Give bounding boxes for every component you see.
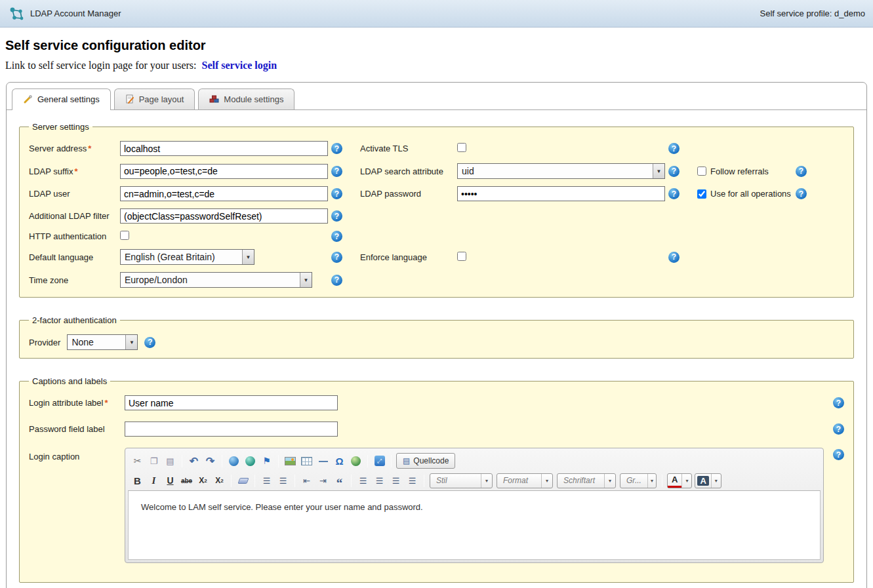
help-icon[interactable]: ? [833,449,844,460]
horizontal-rule-icon[interactable] [315,453,331,469]
chevron-down-icon: ▼ [653,164,664,178]
size-combo[interactable]: Gr...▾ [620,473,657,488]
login-attribute-label: Login attribute label* [29,398,125,408]
chevron-down-icon: ▾ [681,474,691,488]
self-service-login-link[interactable]: Self service login [201,60,277,71]
strikethrough-icon[interactable]: abe [178,473,195,488]
superscript-icon[interactable]: X2 [211,473,228,488]
ldap-user-input[interactable] [120,186,328,201]
insert-table-icon[interactable] [298,453,315,469]
help-icon[interactable]: ? [668,252,680,263]
help-icon[interactable]: ? [796,166,807,177]
insert-image-icon[interactable] [282,453,298,469]
time-zone-select[interactable]: Europe/London▼ [120,272,312,288]
underline-icon[interactable]: U [162,473,178,488]
undo-icon[interactable]: ↶ [186,453,202,469]
numbered-list-icon[interactable]: ☰ [258,473,275,488]
help-icon[interactable]: ? [331,252,342,263]
help-icon[interactable]: ? [331,143,342,154]
search-attribute-select[interactable]: uid▼ [457,163,665,179]
time-zone-label: Time zone [29,275,120,285]
chevron-down-icon: ▼ [125,335,137,349]
login-link-line: Link to self service login page for your… [5,60,868,71]
background-color-button[interactable]: A▾ [695,473,721,488]
format-combo[interactable]: Format▾ [497,473,553,488]
chevron-down-icon: ▾ [647,474,656,488]
additional-filter-input[interactable] [120,208,328,224]
source-button[interactable]: ▤ Quellcode [396,453,455,469]
globe-icon[interactable] [348,453,364,469]
style-combo[interactable]: Stil▾ [430,473,493,488]
ldap-suffix-input[interactable] [120,164,328,179]
use-all-operations-checkbox[interactable] [697,189,706,199]
maximize-icon[interactable]: ⤢ [371,453,388,469]
provider-label: Provider [29,338,60,347]
cut-icon[interactable]: ✂ [129,453,146,469]
ldap-password-input[interactable] [457,186,665,201]
bulleted-list-icon[interactable]: ☰ [275,473,291,488]
use-all-operations-label: Use for all operations [710,189,791,199]
server-address-input[interactable] [120,141,328,156]
help-icon[interactable]: ? [331,275,342,286]
help-icon[interactable]: ? [668,166,680,177]
chevron-down-icon: ▾ [541,474,552,488]
activate-tls-checkbox[interactable] [457,143,466,152]
outdent-icon[interactable]: ⇤ [298,473,315,488]
help-icon[interactable]: ? [331,231,342,242]
follow-referrals-group: Follow referrals [697,167,796,176]
text-color-button[interactable]: A▾ [667,473,692,488]
follow-referrals-checkbox[interactable] [697,167,706,176]
unlink-icon[interactable] [242,453,258,469]
tab-page-layout[interactable]: Page layout [114,88,195,109]
special-character-icon[interactable]: Ω [331,453,348,469]
align-left-icon[interactable]: ☰ [355,473,371,488]
spellcheck-flag-icon[interactable]: ⚑ [258,453,275,469]
enforce-language-checkbox[interactable] [457,252,466,261]
default-language-select[interactable]: English (Great Britain)▼ [120,249,254,265]
align-justify-icon[interactable]: ☰ [404,473,420,488]
http-auth-row: HTTP authentication ? [29,231,844,242]
editor-toolbar-row1: ✂ ❐ ▤ ↶ ↷ ⚑ Ω [128,451,821,471]
align-center-icon[interactable]: ☰ [371,473,388,488]
help-icon[interactable]: ? [331,166,342,177]
help-icon[interactable]: ? [331,210,342,222]
bold-icon[interactable]: B [129,473,146,488]
redo-icon[interactable]: ↷ [202,453,218,469]
profile-indicator: Self service profile: d_demo [760,9,865,18]
link-icon[interactable] [226,453,242,469]
help-icon[interactable]: ? [144,337,155,348]
subscript-icon[interactable]: X2 [195,473,211,488]
align-right-icon[interactable]: ☰ [388,473,404,488]
default-language-label: Default language [29,252,120,262]
http-auth-checkbox[interactable] [120,231,129,240]
remove-format-icon[interactable] [235,473,251,488]
help-icon[interactable]: ? [668,143,680,154]
use-all-operations-group: Use for all operations [697,189,796,199]
help-icon[interactable]: ? [833,397,844,408]
tab-content: Server settings Server address* ? Activa… [7,110,866,588]
help-icon[interactable]: ? [833,423,844,435]
enforce-language-label: Enforce language [360,252,457,262]
help-icon[interactable]: ? [796,188,807,199]
tab-module-settings[interactable]: Module settings [198,88,294,109]
tab-general-settings[interactable]: General settings [12,88,111,110]
tab-page-layout-label: Page layout [139,94,184,104]
server-settings-legend: Server settings [29,122,92,132]
two-factor-legend: 2-factor authentication [29,315,120,325]
provider-select[interactable]: None▼ [67,334,138,350]
blockquote-icon[interactable]: “ [331,473,348,488]
editor-content[interactable]: Welcome to LAM self service. Please ente… [128,490,821,560]
chevron-down-icon: ▾ [604,474,615,488]
indent-icon[interactable]: ⇥ [315,473,331,488]
font-combo[interactable]: Schriftart▾ [557,473,616,488]
toolbar-separator [367,455,368,467]
italic-icon[interactable]: I [146,473,162,488]
copy-icon[interactable]: ❐ [146,453,162,469]
editor-toolbar-row2: B I U abe X2 X2 ☰ ☰ ⇤ ⇥ “ [128,471,821,490]
help-icon[interactable]: ? [331,188,342,199]
login-attribute-input[interactable] [125,395,338,410]
paste-icon[interactable]: ▤ [162,453,178,469]
help-icon[interactable]: ? [668,188,680,199]
password-field-label-input[interactable] [125,421,338,437]
toolbar-separator [222,455,222,467]
